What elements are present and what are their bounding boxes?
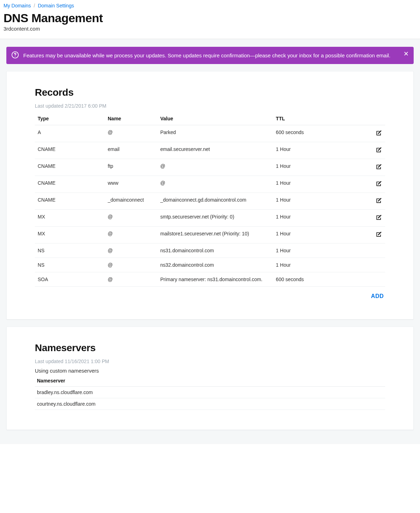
breadcrumb-my-domains[interactable]: My Domains xyxy=(4,3,31,8)
cell-edit xyxy=(336,142,385,159)
alert-text: Features may be unavailable while we pro… xyxy=(23,52,390,58)
cell-edit xyxy=(336,227,385,243)
nameservers-using: Using custom nameservers xyxy=(35,368,385,374)
edit-icon[interactable] xyxy=(375,231,382,238)
cell-edit xyxy=(336,125,385,142)
cell-ttl: 1 Hour xyxy=(273,258,336,272)
edit-icon[interactable] xyxy=(375,214,382,221)
table-row: CNAMEemailemail.secureserver.net1 Hour xyxy=(35,142,385,159)
breadcrumb-sep: / xyxy=(32,3,37,8)
cell-type: NS xyxy=(35,258,105,272)
cell-type: MX xyxy=(35,227,105,243)
close-icon[interactable]: ✕ xyxy=(402,50,409,57)
cell-value: _domainconnect.gd.domaincontrol.com xyxy=(157,193,273,210)
cell-value: email.secureserver.net xyxy=(157,142,273,159)
records-title: Records xyxy=(35,87,385,98)
cell-ttl: 600 seconds xyxy=(273,272,336,287)
cell-type: SOA xyxy=(35,272,105,287)
col-name: Name xyxy=(105,112,157,125)
col-value: Value xyxy=(157,112,273,125)
add-record-button[interactable]: ADD xyxy=(371,293,384,299)
cell-name: @ xyxy=(105,243,157,258)
cell-value: @ xyxy=(157,176,273,193)
cell-value: ns32.domaincontrol.com xyxy=(157,258,273,272)
cell-ttl: 1 Hour xyxy=(273,159,336,176)
cell-ttl: 1 Hour xyxy=(273,193,336,210)
table-row: NS@ns31.domaincontrol.com1 Hour xyxy=(35,243,385,258)
cell-value: @ xyxy=(157,159,273,176)
cell-name: www xyxy=(105,176,157,193)
nameservers-table: Nameserver bradley.ns.cloudflare.comcour… xyxy=(35,375,385,410)
cell-ttl: 1 Hour xyxy=(273,210,336,227)
table-row: CNAMEftp@1 Hour xyxy=(35,159,385,176)
cell-ttl: 600 seconds xyxy=(273,125,336,142)
edit-icon[interactable] xyxy=(375,163,382,170)
table-row: MX@mailstore1.secureserver.net (Priority… xyxy=(35,227,385,243)
table-row: SOA@Primary nameserver: ns31.domaincontr… xyxy=(35,272,385,287)
cell-value: ns31.domaincontrol.com xyxy=(157,243,273,258)
records-card: Records Last updated 2/21/2017 6:00 PM T… xyxy=(6,71,414,319)
nameservers-title: Nameservers xyxy=(35,342,385,354)
records-updated: Last updated 2/21/2017 6:00 PM xyxy=(35,103,385,109)
cell-name: @ xyxy=(105,258,157,272)
cell-edit xyxy=(336,243,385,258)
cell-type: CNAME xyxy=(35,159,105,176)
cell-value: smtp.secureserver.net (Priority: 0) xyxy=(157,210,273,227)
edit-icon[interactable] xyxy=(375,146,382,153)
cell-value: Primary nameserver: ns31.domaincontrol.c… xyxy=(157,272,273,287)
cell-name: @ xyxy=(105,210,157,227)
cell-value: Parked xyxy=(157,125,273,142)
cell-ttl: 1 Hour xyxy=(273,243,336,258)
cell-ttl: 1 Hour xyxy=(273,176,336,193)
cell-value: mailstore1.secureserver.net (Priority: 1… xyxy=(157,227,273,243)
edit-icon[interactable] xyxy=(375,180,382,187)
col-type: Type xyxy=(35,112,105,125)
table-row: bradley.ns.cloudflare.com xyxy=(35,387,385,398)
table-row: CNAME_domainconnect_domainconnect.gd.dom… xyxy=(35,193,385,210)
domain-name: 3rdcontent.com xyxy=(4,26,416,32)
breadcrumb: My Domains / Domain Settings xyxy=(4,3,416,8)
table-row: MX@smtp.secureserver.net (Priority: 0)1 … xyxy=(35,210,385,227)
cell-edit xyxy=(336,176,385,193)
col-ttl: TTL xyxy=(273,112,336,125)
cell-name: email xyxy=(105,142,157,159)
cell-edit xyxy=(336,159,385,176)
edit-icon[interactable] xyxy=(375,129,382,137)
ns-cell: bradley.ns.cloudflare.com xyxy=(35,387,385,398)
edit-icon[interactable] xyxy=(375,197,382,204)
svg-point-1 xyxy=(15,56,15,57)
cell-type: NS xyxy=(35,243,105,258)
cell-name: @ xyxy=(105,272,157,287)
cell-edit xyxy=(336,210,385,227)
table-row: courtney.ns.cloudflare.com xyxy=(35,398,385,410)
cell-type: MX xyxy=(35,210,105,227)
breadcrumb-domain-settings[interactable]: Domain Settings xyxy=(38,3,74,8)
cell-type: CNAME xyxy=(35,193,105,210)
help-circle-icon xyxy=(11,51,19,59)
cell-name: @ xyxy=(105,125,157,142)
info-alert: Features may be unavailable while we pro… xyxy=(6,47,414,64)
table-row: CNAMEwww@1 Hour xyxy=(35,176,385,193)
table-row: NS@ns32.domaincontrol.com1 Hour xyxy=(35,258,385,272)
cell-type: CNAME xyxy=(35,142,105,159)
cell-name: ftp xyxy=(105,159,157,176)
cell-edit xyxy=(336,193,385,210)
cell-name: @ xyxy=(105,227,157,243)
ns-cell: courtney.ns.cloudflare.com xyxy=(35,398,385,410)
ns-col-header: Nameserver xyxy=(35,375,385,387)
page-title: DNS Management xyxy=(4,11,416,25)
table-row: A@Parked600 seconds xyxy=(35,125,385,142)
cell-ttl: 1 Hour xyxy=(273,142,336,159)
nameservers-card: Nameservers Last updated 11/16/2021 1:00… xyxy=(6,327,414,430)
nameservers-updated: Last updated 11/16/2021 1:00 PM xyxy=(35,359,385,364)
cell-type: A xyxy=(35,125,105,142)
cell-type: CNAME xyxy=(35,176,105,193)
cell-ttl: 1 Hour xyxy=(273,227,336,243)
cell-edit xyxy=(336,258,385,272)
records-table: Type Name Value TTL A@Parked600 seconds … xyxy=(35,112,385,287)
cell-name: _domainconnect xyxy=(105,193,157,210)
cell-edit xyxy=(336,272,385,287)
col-edit xyxy=(336,112,385,125)
